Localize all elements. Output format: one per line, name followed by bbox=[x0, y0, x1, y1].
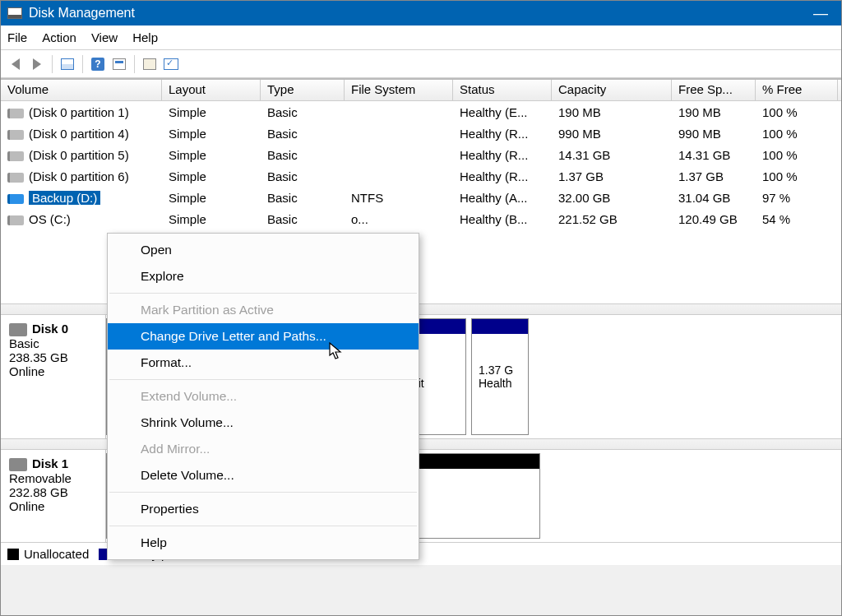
col-status[interactable]: Status bbox=[453, 80, 552, 100]
col-freespace[interactable]: Free Sp... bbox=[672, 80, 756, 100]
ctx-delete-volume[interactable]: Delete Volume... bbox=[108, 462, 419, 489]
arrow-right-icon bbox=[33, 58, 41, 70]
toolbar-separator bbox=[82, 55, 83, 73]
col-layout[interactable]: Layout bbox=[162, 80, 261, 100]
legend-unallocated: Unallocated bbox=[24, 547, 89, 561]
ctx-add-mirror: Add Mirror... bbox=[108, 436, 419, 462]
table-icon bbox=[61, 58, 74, 70]
help-button[interactable]: ? bbox=[88, 54, 108, 74]
col-pctfree[interactable]: % Free bbox=[756, 80, 838, 100]
minimize-button[interactable]: — bbox=[807, 5, 835, 22]
refresh-button[interactable] bbox=[140, 54, 160, 74]
disk-label[interactable]: Disk 0 Basic 238.35 GB Online bbox=[1, 315, 106, 438]
help-icon: ? bbox=[91, 58, 104, 71]
window-title: Disk Management bbox=[29, 6, 135, 21]
show-hide-tree-button[interactable] bbox=[58, 54, 77, 74]
disk-kind: Removable bbox=[9, 471, 97, 485]
app-icon bbox=[7, 7, 22, 19]
col-filesystem[interactable]: File System bbox=[345, 80, 453, 100]
toolbar-separator bbox=[134, 55, 135, 73]
ctx-explore[interactable]: Explore bbox=[108, 263, 419, 289]
context-menu: Open Explore Mark Partition as Active Ch… bbox=[107, 233, 419, 560]
ctx-change-drive-letter[interactable]: Change Drive Letter and Paths... bbox=[108, 323, 419, 350]
table-row[interactable]: (Disk 0 partition 1)SimpleBasicHealthy (… bbox=[1, 101, 841, 123]
titlebar: Disk Management — bbox=[1, 1, 841, 25]
disk-size: 232.88 GB bbox=[9, 485, 97, 499]
ctx-separator bbox=[109, 293, 417, 294]
drive-icon bbox=[7, 130, 24, 140]
drive-icon bbox=[7, 151, 24, 161]
properties-icon bbox=[113, 58, 126, 70]
disk-size: 238.35 GB bbox=[9, 350, 97, 364]
swatch-unallocated bbox=[7, 549, 19, 560]
disk-kind: Basic bbox=[9, 336, 97, 350]
ctx-shrink-volume[interactable]: Shrink Volume... bbox=[108, 410, 419, 436]
drive-icon bbox=[7, 109, 24, 118]
back-button[interactable] bbox=[6, 54, 25, 74]
col-type[interactable]: Type bbox=[261, 80, 345, 100]
drive-icon bbox=[7, 173, 24, 183]
ctx-extend-volume: Extend Volume... bbox=[108, 383, 419, 410]
col-capacity[interactable]: Capacity bbox=[552, 80, 672, 100]
menubar: File Action View Help bbox=[1, 25, 841, 50]
drive-icon bbox=[7, 194, 24, 204]
partition[interactable]: 1.37 GHealth bbox=[471, 318, 529, 435]
table-row[interactable]: Backup (D:)SimpleBasicNTFSHealthy (A...3… bbox=[1, 187, 841, 208]
menu-action[interactable]: Action bbox=[42, 30, 76, 44]
disk-icon bbox=[9, 323, 27, 336]
drive-icon bbox=[7, 215, 24, 225]
ctx-mark-active: Mark Partition as Active bbox=[108, 297, 419, 323]
toolbar-separator bbox=[52, 55, 53, 73]
menu-file[interactable]: File bbox=[7, 30, 27, 44]
ctx-separator bbox=[109, 526, 417, 526]
menu-view[interactable]: View bbox=[91, 30, 118, 44]
ctx-separator bbox=[109, 379, 417, 380]
arrow-left-icon bbox=[12, 58, 20, 70]
options-button[interactable] bbox=[161, 54, 181, 74]
table-row[interactable]: (Disk 0 partition 5)SimpleBasicHealthy (… bbox=[1, 144, 841, 165]
disk-label[interactable]: Disk 1 Removable 232.88 GB Online bbox=[1, 450, 106, 542]
properties-button[interactable] bbox=[109, 54, 129, 74]
ctx-open[interactable]: Open bbox=[108, 237, 419, 263]
check-icon bbox=[164, 58, 178, 70]
ctx-properties[interactable]: Properties bbox=[108, 496, 419, 522]
disk-name: Disk 0 bbox=[32, 322, 68, 336]
ctx-format[interactable]: Format... bbox=[108, 350, 419, 376]
disk-icon bbox=[9, 458, 27, 471]
disk-state: Online bbox=[9, 364, 97, 378]
disk-state: Online bbox=[9, 499, 97, 513]
table-row[interactable]: OS (C:)SimpleBasico...Healthy (B...221.5… bbox=[1, 208, 841, 229]
table-row[interactable]: (Disk 0 partition 4)SimpleBasicHealthy (… bbox=[1, 123, 841, 144]
table-row[interactable]: (Disk 0 partition 6)SimpleBasicHealthy (… bbox=[1, 165, 841, 187]
disk-name: Disk 1 bbox=[32, 456, 68, 470]
refresh-icon bbox=[143, 58, 156, 70]
menu-help[interactable]: Help bbox=[132, 30, 158, 44]
ctx-separator bbox=[109, 492, 417, 493]
forward-button[interactable] bbox=[27, 54, 47, 74]
col-volume[interactable]: Volume bbox=[1, 80, 162, 100]
ctx-help[interactable]: Help bbox=[108, 530, 419, 556]
volume-list-header: Volume Layout Type File System Status Ca… bbox=[1, 78, 841, 101]
toolbar: ? bbox=[1, 50, 841, 78]
